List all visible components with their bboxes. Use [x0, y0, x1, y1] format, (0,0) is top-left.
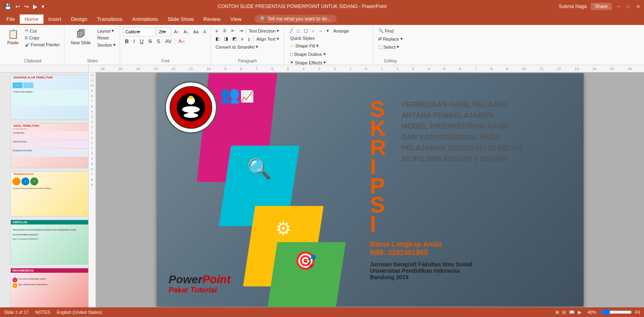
arrange-button[interactable]: Arrange — [331, 27, 350, 34]
underline-button[interactable]: U — [138, 37, 145, 45]
font-name-selector[interactable]: Calibri ▾ — [123, 27, 155, 36]
watermark1: PowerPoint — [169, 273, 231, 286]
bullets-button[interactable]: ≡ — [214, 28, 219, 34]
replace-button[interactable]: ⇄ Replace ▾ — [377, 35, 404, 42]
shape-rect[interactable]: □ — [295, 27, 301, 34]
bold-button[interactable]: B — [123, 37, 130, 45]
italic-button[interactable]: I — [132, 37, 137, 45]
slide-thumb-16[interactable]: REKOMENDASI ★ Guru perlu mempelajari mod… — [10, 268, 89, 307]
text-direction-button[interactable]: Text Direction ▾ — [247, 27, 281, 34]
decrease-font-size[interactable]: A↓ — [182, 29, 191, 35]
tell-me-input[interactable]: 🔍 Tell me what you want to do... — [255, 15, 337, 23]
increase-font-size[interactable]: A↑ — [172, 29, 181, 35]
slide-thumb-13[interactable]: HASIL PENELITIAN Uji Homogenitas Uji Hip… — [10, 123, 89, 168]
format-painter-button[interactable]: 🖌 Format Painter — [23, 41, 62, 48]
view-slide-sorter-button[interactable]: ⊟ — [562, 310, 566, 315]
menu-insert[interactable]: Insert — [43, 14, 66, 24]
notes-button[interactable]: NOTES — [35, 310, 50, 315]
clear-formatting[interactable]: A — [201, 29, 207, 35]
paste-button[interactable]: 📋 Paste — [4, 27, 22, 47]
view-normal-button[interactable]: ⊞ — [555, 310, 559, 315]
decrease-indent[interactable]: ⇤ — [230, 27, 236, 34]
close-button[interactable]: ✕ — [635, 4, 641, 9]
title-line1: PERBEDAAN HASIL BELAJAR — [402, 99, 572, 110]
layout-button[interactable]: Layout ▾ — [95, 27, 117, 34]
shape-more[interactable]: ▾ — [325, 27, 331, 34]
slide-viewport[interactable]: 👥📈 🔍 ⚙ 🎯 — [96, 72, 644, 307]
view-slide-show-button[interactable]: ▶ — [578, 310, 581, 315]
paragraph-group: ≡ ① ⇤ ⇥ Text Direction ▾ ◧ ◨ ◩ ≡ ⫿ Align… — [211, 27, 284, 65]
quick-styles-button[interactable]: Quick Styles — [288, 35, 316, 41]
slide-row-15[interactable]: 15 ★ SIMPULAN Ada perbedaan hasil pembel… — [2, 219, 87, 267]
font-color-button[interactable]: A▾ — [177, 37, 186, 45]
save-button[interactable]: 💾 — [3, 2, 12, 10]
view-reading-button[interactable]: 📖 — [569, 310, 575, 315]
align-center[interactable]: ◨ — [222, 35, 230, 42]
align-text-button[interactable]: Align Text ▾ — [255, 35, 281, 42]
slide-row-14[interactable]: 14 ★ PEMBAHASAN 1 2 3 Content about pemb… — [2, 171, 87, 219]
font-case[interactable]: Aa — [192, 29, 200, 35]
menu-review[interactable]: Review — [199, 14, 226, 24]
char-spacing[interactable]: AV — [164, 37, 173, 45]
shadow-button[interactable]: S — [155, 37, 162, 45]
svg-point-6 — [188, 96, 193, 99]
share-button[interactable]: Share — [591, 3, 612, 10]
justify[interactable]: ≡ — [239, 36, 245, 42]
menu-animations[interactable]: Animations — [127, 14, 163, 24]
align-left[interactable]: ◧ — [214, 35, 221, 42]
customize-qat[interactable]: ▾ — [40, 2, 46, 10]
window-title: CONTOH SLIDE PRESENTASI POWERPOINT UNTUK… — [46, 4, 559, 9]
institution-block: Jurusan Geografi Fakultas Ilmu Sosial Un… — [370, 261, 572, 280]
fit-button[interactable]: Fit — [635, 310, 640, 315]
menu-file[interactable]: File — [2, 14, 20, 24]
shape-fill-button[interactable]: ▭ Shape Fill ▾ — [288, 42, 327, 49]
slide-row-16[interactable]: 16 ★ REKOMENDASI ★ Guru perlu mempelajar… — [2, 267, 87, 307]
nim-label: NIM: 3201401965 — [370, 249, 572, 257]
shape-line[interactable]: ╱ — [288, 27, 294, 34]
section-button[interactable]: Section ▾ — [95, 41, 117, 48]
menu-transitions[interactable]: Transitions — [92, 14, 127, 24]
watermark-block: PowerPoint Pakar Tutorial — [169, 273, 231, 294]
cut-button[interactable]: ✂ Cut — [23, 27, 62, 34]
align-right[interactable]: ◩ — [231, 35, 238, 42]
reset-button[interactable]: Reset — [95, 35, 117, 41]
shape-oval[interactable]: ○ — [310, 27, 316, 34]
slide-row-13[interactable]: 13 ★ HASIL PENELITIAN Uji Homogenitas Uj… — [2, 122, 87, 171]
university-logo — [169, 85, 213, 130]
columns[interactable]: ⫿ — [246, 36, 252, 42]
copy-button[interactable]: ⎘ Copy — [23, 35, 62, 41]
select-button[interactable]: ⬚ Select ▾ — [377, 43, 401, 50]
shape-arrow[interactable]: → — [317, 27, 324, 34]
replace-icon: ⇄ — [378, 36, 382, 41]
font-size-selector[interactable]: 28 ▾ — [157, 27, 171, 36]
shape-rounded-rect[interactable]: ▢ — [302, 27, 309, 34]
slide-thumb-15[interactable]: SIMPULAN Ada perbedaan hasil pembelajara… — [10, 220, 89, 265]
slide-thumb-14[interactable]: PEMBAHASAN 1 2 3 Content about pembahasa… — [10, 171, 89, 216]
maximize-button[interactable]: □ — [625, 4, 631, 9]
quick-access-toolbar: 💾 ↩ ↪ ▶ ▾ — [3, 2, 46, 10]
shape-green: 🎯 — [265, 242, 346, 307]
redo-button[interactable]: ↪ — [23, 2, 30, 10]
present-button[interactable]: ▶ — [32, 2, 39, 10]
shape-outline-button[interactable]: □ Shape Outline ▾ — [288, 51, 327, 58]
slide-thumb-12[interactable]: DIAGRAM ALUR PENELITIAN A B Process flow… — [10, 75, 89, 120]
menu-view[interactable]: View — [226, 14, 246, 24]
strikethrough-button[interactable]: S — [147, 37, 154, 45]
editing-label: Editing — [384, 58, 397, 64]
convert-smartart-button[interactable]: Convert to SmartArt ▾ — [214, 43, 260, 50]
undo-button[interactable]: ↩ — [14, 2, 21, 10]
minimize-button[interactable]: ─ — [616, 4, 621, 9]
numbering-button[interactable]: ① — [221, 27, 228, 34]
new-slide-button[interactable]: 🗐 New Slide — [68, 27, 94, 47]
find-button[interactable]: 🔍 Find — [377, 27, 395, 34]
slide-canvas[interactable]: 👥📈 🔍 ⚙ 🎯 — [157, 73, 584, 307]
menu-home[interactable]: Home — [20, 14, 43, 24]
zoom-slider[interactable] — [600, 310, 632, 314]
menu-slide-show[interactable]: Slide Show — [163, 14, 199, 24]
icon-settings: ⚙ — [275, 218, 291, 239]
slide-row-12[interactable]: 12 ★ DIAGRAM ALUR PENELITIAN A B Process… — [2, 74, 87, 122]
increase-indent[interactable]: ⇥ — [238, 27, 244, 34]
main-area: 12 ★ DIAGRAM ALUR PENELITIAN A B Process… — [0, 72, 644, 307]
slides-panel[interactable]: 12 ★ DIAGRAM ALUR PENELITIAN A B Process… — [0, 72, 89, 307]
menu-design[interactable]: Design — [66, 14, 92, 24]
